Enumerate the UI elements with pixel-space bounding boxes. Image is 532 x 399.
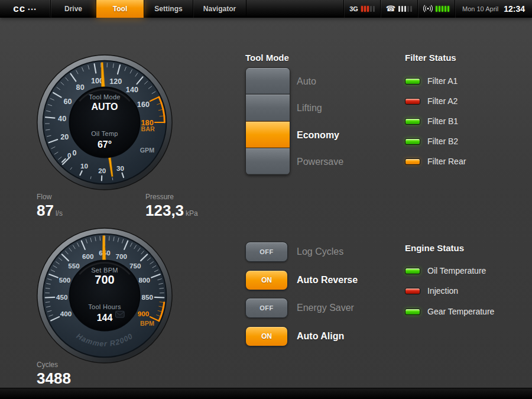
filter-rear-label: Filter Rear: [427, 157, 466, 166]
antenna-signal-bars: [436, 6, 449, 12]
svg-text:550: 550: [68, 262, 80, 270]
filter-rear-row: Filter Rear: [405, 155, 466, 167]
svg-text:900: 900: [138, 310, 150, 317]
filter-a1-row: Filter A1: [405, 75, 458, 87]
svg-text:BAR: BAR: [141, 126, 155, 133]
pressure-unit: kPa: [186, 209, 198, 218]
oil-temperature-row: Oil Temperature: [405, 265, 486, 277]
cycles-number: 3488: [37, 369, 71, 387]
antenna-icon: [423, 5, 433, 12]
toggle-auto-align[interactable]: ON: [245, 326, 288, 346]
injection-row: Injection: [405, 285, 458, 297]
gear-temperature-row: Gear Temperature: [405, 306, 494, 317]
flow-unit: l/s: [56, 209, 63, 218]
tool-mode-segment-powersave[interactable]: [246, 148, 290, 174]
tool-mode-segment-lifting[interactable]: [246, 94, 290, 121]
led-injection: [405, 288, 420, 294]
svg-text:80: 80: [76, 83, 85, 92]
svg-text:0: 0: [67, 151, 72, 159]
toggle-auto-reverse-label: Auto Reverse: [297, 270, 409, 290]
led-filter-a1: [405, 78, 420, 85]
gauge-center-cap: [70, 87, 140, 158]
oil-temperature-label: Oil Temperature: [427, 266, 486, 275]
svg-text:60: 60: [63, 98, 72, 106]
led-oil-temperature: [405, 268, 420, 274]
svg-text:120: 120: [109, 77, 122, 86]
svg-text:800: 800: [139, 276, 151, 284]
toggle-log-cycles-label: Log Cycles: [297, 242, 409, 262]
pressure-value: 123,3kPa: [145, 203, 198, 218]
svg-text:400: 400: [60, 310, 72, 317]
dashboard-screen: cc ••• Drive Tool Settings Navigator 3G …: [0, 0, 532, 399]
filter-status-title: Filter Status: [405, 53, 456, 63]
led-filter-a2: [405, 98, 420, 105]
led-gear-temperature: [405, 309, 420, 315]
svg-text:40: 40: [58, 115, 66, 123]
filter-a1-label: Filter A1: [427, 76, 458, 86]
pressure-gauge-dial: 0204060801001201401601800102030BARGPM: [35, 53, 174, 192]
toggle-energy-saver[interactable]: OFF: [245, 298, 288, 318]
pressure-number: 123,3: [145, 202, 184, 219]
svg-text:700: 700: [115, 252, 127, 260]
tool-mode-option-economy-label: Economy: [297, 122, 409, 148]
tool-mode-segment-economy[interactable]: [246, 121, 290, 148]
svg-text:160: 160: [137, 100, 150, 109]
toggle-auto-align-label: Auto Align: [297, 326, 409, 346]
logo-dots: •••: [28, 7, 37, 12]
cell-signal-bars: [361, 6, 375, 12]
datetime: Mon 10 April 12:34: [455, 4, 532, 14]
tool-mode-option-auto-label: Auto: [297, 68, 409, 95]
bpm-gauge-dial: 400450500550600650700750800850900BPMHamm…: [35, 226, 174, 365]
svg-text:500: 500: [59, 276, 71, 284]
cell-signal-indicator: 3G: [344, 0, 380, 18]
tool-hours-icon: [116, 311, 125, 317]
svg-text:GPM: GPM: [140, 147, 154, 154]
svg-text:750: 750: [129, 262, 141, 270]
antenna-signal-indicator: [418, 0, 455, 18]
gauge-center-cap: [70, 261, 140, 331]
svg-text:450: 450: [56, 293, 68, 301]
filter-b2-row: Filter B2: [405, 135, 458, 147]
logo-text: cc: [13, 3, 25, 15]
date-label: Mon 10 April: [462, 5, 498, 12]
phone-signal-indicator: ☎: [381, 0, 417, 18]
toggle-auto-reverse[interactable]: ON: [245, 270, 288, 290]
status-cluster: 3G ☎ Mon 10 April 12:34: [343, 0, 532, 17]
tool-mode-title: Tool Mode: [245, 53, 289, 63]
clock: 12:34: [504, 4, 525, 14]
filter-a2-row: Filter A2: [405, 95, 458, 107]
tool-mode-option-lifting-label: Lifting: [297, 95, 409, 121]
tool-mode-selector: [245, 67, 290, 175]
svg-text:10: 10: [80, 162, 89, 170]
tool-mode-segment-auto[interactable]: [246, 68, 290, 94]
pressure-flow-gauge: 0204060801001201401601800102030BARGPM To…: [35, 53, 174, 192]
tab-navigator[interactable]: Navigator: [193, 0, 246, 18]
flow-value: 87l/s: [37, 203, 63, 218]
network-type-label: 3G: [349, 5, 358, 12]
pressure-label: Pressure: [145, 193, 198, 201]
toggle-log-cycles[interactable]: OFF: [245, 242, 288, 262]
cycles-readout: Cycles 3488: [37, 361, 71, 386]
injection-label: Injection: [427, 286, 458, 296]
svg-text:0: 0: [72, 149, 76, 157]
phone-icon: ☎: [386, 5, 395, 12]
filter-a2-label: Filter A2: [427, 96, 458, 106]
svg-text:30: 30: [116, 164, 125, 172]
flow-label: Flow: [37, 193, 63, 201]
tab-settings[interactable]: Settings: [144, 0, 193, 18]
tab-tool[interactable]: Tool: [96, 0, 144, 18]
pressure-readout: Pressure 123,3kPa: [145, 193, 198, 218]
top-bar: cc ••• Drive Tool Settings Navigator 3G …: [0, 0, 532, 18]
cycles-label: Cycles: [37, 361, 71, 369]
bpm-gauge: 400450500550600650700750800850900BPMHamm…: [35, 226, 174, 365]
gear-temperature-label: Gear Temperature: [427, 307, 494, 316]
flow-readout: Flow 87l/s: [37, 193, 63, 218]
app-logo: cc •••: [0, 0, 51, 17]
led-filter-b2: [405, 138, 420, 145]
filter-b1-label: Filter B1: [427, 116, 458, 126]
engine-status-title: Engine Status: [405, 243, 464, 253]
led-filter-b1: [405, 118, 420, 125]
tab-drive[interactable]: Drive: [51, 0, 96, 18]
svg-text:600: 600: [82, 252, 94, 260]
flow-number: 87: [37, 202, 54, 219]
